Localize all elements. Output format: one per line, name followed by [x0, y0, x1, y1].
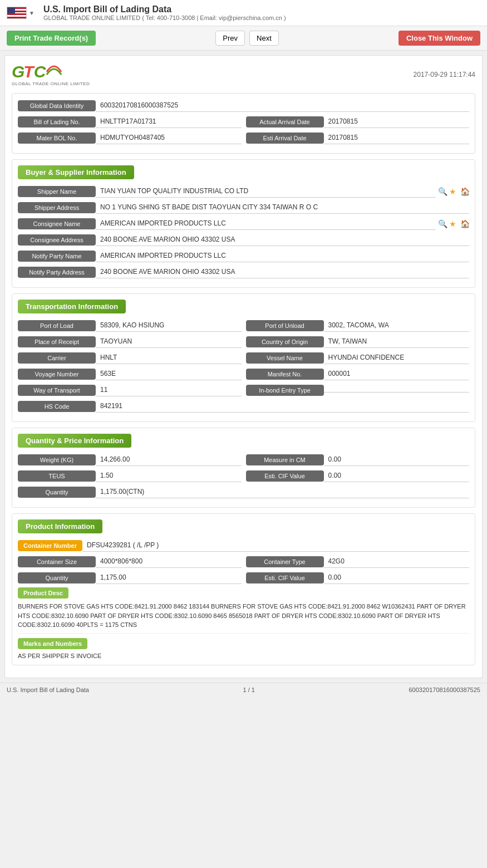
global-data-row: Global Data Identity 6003201708160003875… [18, 99, 469, 112]
port-of-load-label: Port of Load [18, 320, 96, 331]
logo-c: C [34, 62, 46, 81]
next-button[interactable]: Next [249, 31, 279, 46]
close-button[interactable]: Close This Window [399, 31, 480, 46]
container-size-label: Container Size [18, 556, 96, 567]
voyage-manifest-row: Voyage Number 563E Manifest No. 000001 [18, 367, 469, 380]
inbond-right: In-bond Entry Type [246, 385, 470, 396]
buyer-supplier-section: Buyer & Supplier Information Shipper Nam… [12, 159, 475, 288]
place-country-row: Place of Receipt TAOYUAN Country of Orig… [18, 335, 469, 348]
main-content: G T C GLOBAL TRADE ONLINE LIMITED 2017-0… [4, 55, 483, 678]
container-size-value: 4000*806*800 [96, 555, 242, 568]
hs-code-value: 842191 [96, 400, 469, 413]
country-of-origin-label: Country of Origin [246, 336, 324, 347]
container-size-type-row: Container Size 4000*806*800 Container Ty… [18, 555, 469, 568]
weight-measure-row: Weight (KG) 14,266.00 Measure in CM 0.00 [18, 453, 469, 466]
consignee-search-icon[interactable]: 🔍 [438, 219, 447, 228]
bill-of-lading-label: Bill of Lading No. [18, 116, 96, 127]
identity-section: Global Data Identity 6003201708160003875… [12, 93, 475, 154]
page-footer: U.S. Import Bill of Lading Data 1 / 1 60… [0, 683, 487, 697]
product-desc-label: Product Desc [18, 587, 68, 599]
teus-value: 1.50 [96, 469, 242, 482]
marks-numbers-container: Marks and Numbers AS PER SHIPPER S INVOI… [18, 638, 469, 659]
esti-cif-right: Esti. CIF Value 0.00 [246, 469, 470, 482]
product-quantity-cif-row: Quantity 1,175.00 Esti. CIF Value 0.00 [18, 571, 469, 584]
product-cif-right: Esti. CIF Value 0.00 [246, 571, 470, 584]
country-origin-right: Country of Origin TW, TAIWAN [246, 335, 470, 348]
footer-page-title: U.S. Import Bill of Lading Data [7, 686, 89, 693]
product-desc-text: BURNERS FOR STOVE GAS HTS CODE:8421.91.2… [18, 602, 469, 634]
transportation-title: Transportation Information [18, 300, 126, 313]
marks-numbers-value: AS PER SHIPPER S INVOICE [18, 653, 469, 659]
notify-party-name-value: AMERICAN IMPORTED PRODUCTS LLC [96, 249, 469, 262]
teus-left: TEUS 1.50 [18, 469, 242, 482]
manifest-right: Manifest No. 000001 [246, 367, 470, 380]
container-number-value: DFSU4239281 ( /L /PP ) [82, 539, 469, 552]
mater-bol-left: Mater BOL No. HDMUTYOH0487405 [18, 131, 242, 144]
marks-numbers-badge-container: Marks and Numbers [18, 638, 469, 653]
logo-tc: T [23, 62, 33, 81]
header-subtitle: GLOBAL TRADE ONLINE LIMITED ( Tel: 400-7… [43, 14, 286, 21]
port-of-load-value: 58309, KAO HSIUNG [96, 319, 242, 332]
way-of-transport-value: 11 [96, 384, 242, 396]
header-title: U.S. Import Bill of Lading Data [43, 4, 286, 14]
product-quantity-left: Quantity 1,175.00 [18, 571, 242, 584]
voyage-number-label: Voyage Number [18, 369, 96, 380]
vessel-name-label: Vessel Name [246, 352, 324, 364]
company-logo: G T C GLOBAL TRADE ONLINE LIMITED [12, 62, 90, 86]
print-button[interactable]: Print Trade Record(s) [7, 31, 96, 46]
shipper-star-icon[interactable]: ★ [449, 187, 458, 196]
hs-code-row: HS Code 842191 [18, 400, 469, 413]
way-left: Way of Transport 11 [18, 384, 242, 396]
footer-page-num: 1 / 1 [243, 686, 255, 693]
way-of-transport-label: Way of Transport [18, 385, 96, 396]
container-type-right: Container Type 42G0 [246, 555, 470, 568]
notify-party-address-row: Notify Party Address 240 BOONE AVE MARIO… [18, 266, 469, 278]
prev-button[interactable]: Prev [215, 31, 245, 46]
consignee-star-icon[interactable]: ★ [449, 219, 458, 228]
bol-row: Bill of Lading No. HNLTTP17A01731 Actual… [18, 115, 469, 128]
container-type-value: 42G0 [324, 555, 470, 568]
bol-left: Bill of Lading No. HNLTTP17A01731 [18, 115, 242, 128]
footer-record-id: 600320170816000387525 [409, 686, 480, 693]
quantity-price-section: Quantity & Price Information Weight (KG)… [12, 428, 475, 508]
carrier-label: Carrier [18, 352, 96, 364]
shipper-search-icon[interactable]: 🔍 [438, 187, 447, 196]
quantity-price-title: Quantity & Price Information [18, 434, 131, 448]
consignee-name-label: Consignee Name [18, 218, 96, 229]
measure-value: 0.00 [324, 453, 470, 466]
carrier-value: HNLT [96, 351, 242, 364]
transportation-section: Transportation Information Port of Load … [12, 293, 475, 422]
esti-cif-value: 0.00 [324, 469, 470, 482]
container-number-row: Container Number DFSU4239281 ( /L /PP ) [18, 539, 469, 552]
product-desc-container: Product Desc BURNERS FOR STOVE GAS HTS C… [18, 587, 469, 634]
vessel-right: Vessel Name HYUNDAI CONFIDENCE [246, 351, 470, 364]
vessel-name-value: HYUNDAI CONFIDENCE [324, 351, 470, 364]
timestamp: 2017-09-29 11:17:44 [414, 71, 475, 79]
consignee-home-icon[interactable]: 🏠 [460, 219, 469, 228]
mater-bol-label: Mater BOL No. [18, 133, 96, 144]
carrier-vessel-row: Carrier HNLT Vessel Name HYUNDAI CONFIDE… [18, 351, 469, 364]
product-esti-cif-value: 0.00 [324, 571, 470, 584]
flag-dropdown-arrow[interactable]: ▼ [29, 10, 35, 16]
notify-party-name-row: Notify Party Name AMERICAN IMPORTED PROD… [18, 249, 469, 262]
shipper-address-row: Shipper Address NO 1 YUNG SHING ST BADE … [18, 201, 469, 214]
inbond-entry-value [324, 388, 470, 393]
logo-arc-icon [46, 63, 62, 80]
weight-label: Weight (KG) [18, 454, 96, 465]
port-row: Port of Load 58309, KAO HSIUNG Port of U… [18, 319, 469, 332]
consignee-address-value: 240 BOONE AVE MARION OHIO 43302 USA [96, 233, 469, 246]
product-quantity-value: 1,175.00 [96, 571, 242, 584]
product-title: Product Information [18, 519, 102, 533]
shipper-home-icon[interactable]: 🏠 [460, 187, 469, 196]
mater-bol-value: HDMUTYOH0487405 [96, 131, 242, 144]
esti-arrival-label: Esti Arrival Date [246, 133, 324, 144]
port-load-left: Port of Load 58309, KAO HSIUNG [18, 319, 242, 332]
measure-right: Measure in CM 0.00 [246, 453, 470, 466]
marks-numbers-label: Marks and Numbers [18, 638, 87, 649]
teus-cif-row: TEUS 1.50 Esti. CIF Value 0.00 [18, 469, 469, 482]
port-unload-right: Port of Unload 3002, TACOMA, WA [246, 319, 470, 332]
quantity-value: 1,175.00(CTN) [96, 486, 469, 498]
logo-area: G T C GLOBAL TRADE ONLINE LIMITED 2017-0… [12, 62, 475, 86]
consignee-address-label: Consignee Address [18, 234, 96, 246]
flag-area: ▼ [7, 7, 35, 19]
